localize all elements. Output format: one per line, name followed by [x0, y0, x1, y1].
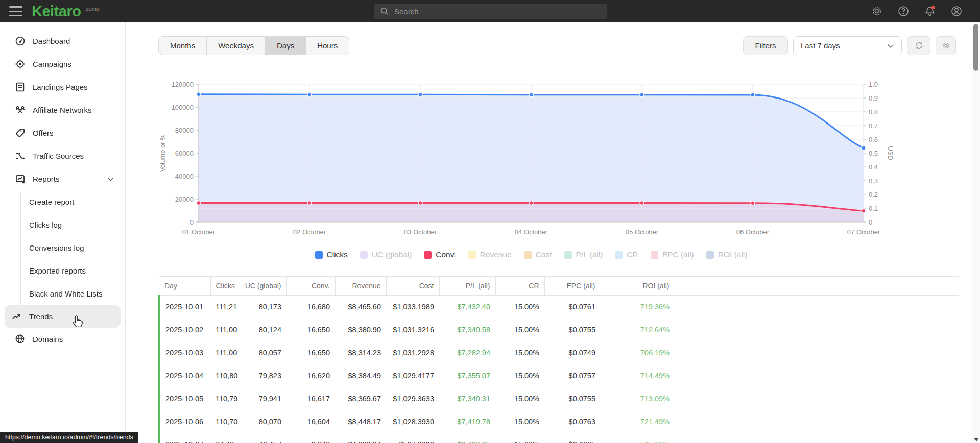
conv-point[interactable] [751, 201, 755, 205]
tab-months[interactable]: Months [159, 37, 206, 55]
sidebar-item-domains[interactable]: Domains [0, 328, 125, 351]
legend-item-epc-all[interactable]: EPC (all) [651, 250, 694, 259]
conv-point[interactable] [862, 209, 866, 213]
clicks-point[interactable] [640, 93, 644, 97]
conv-point[interactable] [640, 201, 644, 205]
notifications-bell-button[interactable] [924, 5, 936, 17]
table-row: 2025-10-05110,7979,94116,617$8,369.67$1,… [159, 387, 959, 410]
legend-item-uc-global[interactable]: UC (global) [360, 250, 412, 259]
cell-value [675, 387, 959, 410]
document-icon [14, 82, 26, 93]
sidebar-item-clicks-log[interactable]: Clicks log [0, 213, 125, 236]
legend-item-p-l-all[interactable]: P/L (all) [564, 250, 603, 259]
clicks-point[interactable] [529, 93, 533, 97]
column-header-clicks[interactable]: Clicks [210, 277, 238, 296]
hamburger-menu-button[interactable] [9, 6, 22, 16]
cell-day: 2025-10-02 [159, 318, 210, 341]
clicks-point[interactable] [307, 92, 312, 96]
column-header-roi-all[interactable]: ROI (all) [601, 277, 675, 296]
legend-item-clicks[interactable]: Clicks [315, 250, 348, 259]
refresh-button[interactable] [907, 36, 930, 55]
conv-point[interactable] [197, 201, 201, 205]
sidebar-item-exported-reports[interactable]: Exported reports [0, 259, 125, 282]
cell-value: $7,282.94 [439, 341, 495, 364]
scrollbar-down-arrow[interactable] [974, 438, 979, 441]
search-box[interactable] [374, 4, 607, 19]
right-tick-label: 0.2 [869, 191, 878, 199]
column-header-cost[interactable]: Cost [386, 277, 439, 296]
cell-day: 2025-10-04 [159, 364, 210, 387]
sidebar-item-create-report[interactable]: Create report [0, 190, 125, 213]
legend-item-roi-all[interactable]: ROI (all) [706, 250, 748, 259]
cell-value: 712.64% [601, 318, 675, 341]
column-header-uc-global[interactable]: UC (global) [238, 277, 286, 296]
conv-point[interactable] [529, 201, 533, 205]
report-chart-icon [14, 174, 26, 185]
right-tick-label: 1.0 [869, 81, 878, 88]
search-input[interactable] [394, 7, 601, 16]
account-button[interactable] [950, 5, 963, 17]
sidebar-item-conversions-log[interactable]: Conversions log [0, 236, 125, 259]
cell-value: 80,070 [238, 410, 286, 433]
settings-gear-button[interactable] [871, 5, 883, 17]
date-range-select[interactable]: Last 7 days [793, 36, 902, 55]
legend-label: Cost [536, 250, 552, 259]
date-range-value: Last 7 days [801, 41, 840, 50]
legend-swatch [468, 251, 476, 259]
column-header-p-l-all[interactable]: P/L (all) [439, 277, 495, 296]
column-header-epc-all[interactable]: EPC (all) [544, 277, 601, 296]
legend-label: ROI (all) [718, 250, 748, 259]
scrollbar-thumb[interactable] [973, 24, 978, 71]
sidebar-item-affiliate-networks[interactable]: Affiliate Networks [0, 99, 125, 121]
sidebar-item-reports[interactable]: Reports [0, 167, 125, 190]
cell-value: 111,00 [210, 341, 238, 364]
left-tick-label: 20000 [175, 195, 194, 203]
clicks-point[interactable] [418, 92, 422, 96]
sidebar-item-traffic-sources[interactable]: Traffic Sources [0, 144, 125, 167]
column-header-conv[interactable]: Conv. [286, 277, 335, 296]
clicks-point[interactable] [862, 146, 866, 150]
sidebar-item-label: Affiliate Networks [33, 106, 92, 114]
sidebar-item-trends[interactable]: Trends [5, 305, 121, 328]
tab-weekdays[interactable]: Weekdays [206, 37, 265, 55]
column-header-day[interactable]: Day [159, 277, 210, 296]
sidebar-item-label: Reports [33, 175, 60, 183]
sidebar-item-campaigns[interactable]: Campaigns [0, 53, 125, 76]
table-row: 2025-10-02111,0080,12416,650$8,380.90$1,… [159, 318, 959, 341]
sidebar-item-landings-pages[interactable]: Landings Pages [0, 76, 125, 99]
clicks-point[interactable] [197, 92, 201, 96]
clicks-point[interactable] [751, 93, 755, 97]
status-tooltip: https://demo.keitaro.io/admin/#!/trends/… [0, 432, 138, 443]
legend-item-conv[interactable]: Conv. [424, 250, 456, 259]
price-tag-icon: $ [14, 128, 26, 139]
gear-icon [942, 41, 950, 50]
help-button[interactable] [897, 5, 910, 17]
sidebar-item-black-white-lists[interactable]: Black and White Lists [0, 282, 125, 305]
legend-item-cost[interactable]: Cost [524, 250, 552, 259]
tab-days[interactable]: Days [265, 37, 305, 55]
cell-value: $1,031.2928 [386, 341, 439, 364]
right-tick-label: 0 [869, 218, 872, 226]
sidebar-item-offers[interactable]: $ Offers [0, 121, 125, 144]
cell-value: $1,033.1989 [386, 296, 439, 318]
cell-value: $0.0757 [544, 364, 601, 387]
cell-value: $1,028.3930 [386, 410, 439, 433]
conv-point[interactable] [418, 201, 422, 205]
cell-value: 15.00% [495, 318, 544, 341]
chevron-down-icon [107, 175, 114, 184]
page-scrollbar[interactable] [972, 22, 980, 443]
cell-value: $597.0892 [386, 433, 439, 443]
left-tick-label: 40000 [175, 173, 194, 180]
conv-point[interactable] [307, 201, 312, 205]
right-tick-label: 0.6 [869, 136, 878, 143]
column-header-revenue[interactable]: Revenue [335, 277, 386, 296]
chart-settings-button[interactable] [936, 36, 956, 55]
column-header-cr[interactable]: CR [495, 277, 544, 296]
legend-item-revenue[interactable]: Revenue [468, 250, 512, 259]
legend-item-cr[interactable]: CR [615, 250, 638, 259]
tab-hours[interactable]: Hours [305, 37, 349, 55]
sidebar-item-dashboard[interactable]: Dashboard [0, 30, 125, 53]
legend-label: Conv. [436, 250, 456, 259]
notification-dot [931, 6, 935, 9]
filters-button[interactable]: Filters [743, 36, 788, 55]
